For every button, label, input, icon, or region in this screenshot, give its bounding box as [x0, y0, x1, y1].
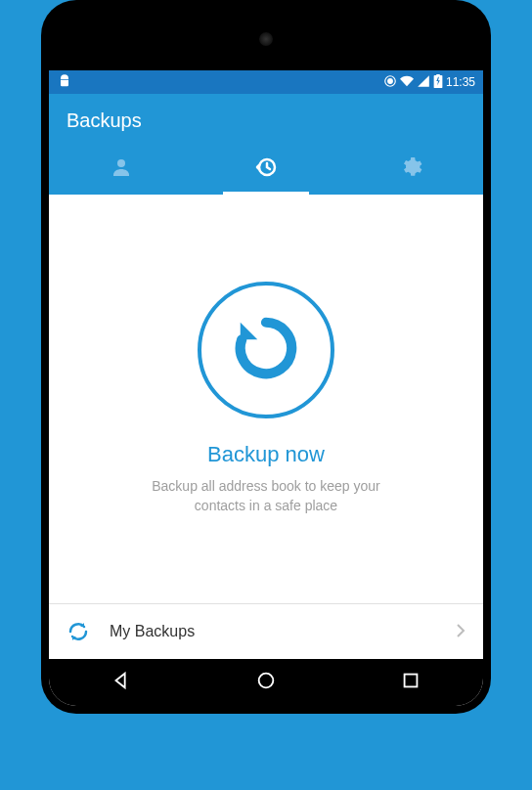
svg-point-4	[117, 159, 125, 167]
phone-speaker	[259, 32, 273, 46]
tab-settings[interactable]	[338, 144, 483, 195]
nav-recent-button[interactable]	[400, 670, 421, 695]
nav-back-button[interactable]	[111, 670, 132, 695]
backup-now-button[interactable]	[198, 282, 334, 418]
hero: Backup now Backup all address book to ke…	[49, 195, 483, 603]
hero-subtitle: Backup all address book to keep your con…	[129, 477, 403, 515]
svg-point-1	[388, 78, 393, 83]
svg-rect-3	[436, 74, 440, 76]
nav-home-button[interactable]	[255, 670, 277, 695]
wifi-icon	[400, 74, 414, 91]
status-bar: 11:35	[49, 70, 483, 94]
svg-rect-7	[405, 675, 418, 687]
restore-icon	[232, 314, 300, 386]
tab-bar	[49, 144, 483, 195]
gear-icon	[399, 155, 422, 183]
status-time: 11:35	[446, 75, 475, 89]
status-left	[57, 73, 72, 92]
phone-frame: 11:35 Backups	[41, 0, 491, 714]
tab-backups[interactable]	[194, 144, 338, 195]
target-icon	[383, 74, 397, 91]
signal-icon	[417, 74, 430, 91]
phone-speaker-area	[49, 8, 483, 70]
app-bar: Backups	[49, 94, 483, 144]
screen: 11:35 Backups	[49, 70, 483, 706]
history-icon	[254, 155, 278, 183]
my-backups-row[interactable]: My Backups	[49, 603, 483, 659]
android-nav-bar	[49, 659, 483, 706]
tab-contacts[interactable]	[49, 144, 194, 195]
chevron-right-icon	[456, 622, 466, 642]
main-content: Backup now Backup all address book to ke…	[49, 195, 483, 659]
my-backups-label: My Backups	[110, 623, 456, 640]
phone-inner: 11:35 Backups	[49, 8, 483, 706]
hero-title: Backup now	[207, 442, 325, 467]
page-title: Backups	[66, 110, 466, 132]
battery-charging-icon	[433, 74, 443, 91]
android-robot-icon	[57, 73, 72, 92]
sync-icon	[66, 620, 90, 643]
person-icon	[110, 155, 133, 183]
status-right: 11:35	[383, 74, 475, 91]
svg-point-6	[259, 674, 274, 688]
